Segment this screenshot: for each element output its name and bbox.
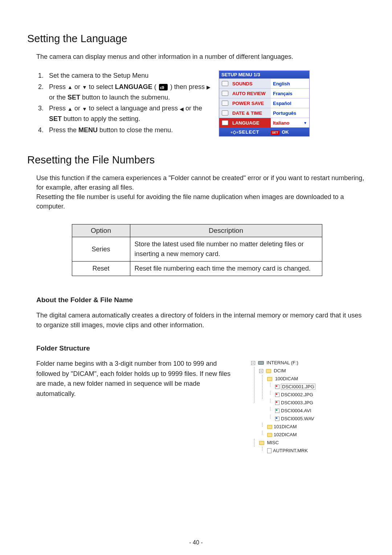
- reset-paragraph-1: Use this function if the camera experien…: [36, 173, 367, 192]
- step4-frag-a: Press the: [49, 126, 78, 134]
- tree-101dicam: 101DICAM: [259, 423, 315, 431]
- footer-ok-group: SET OK: [271, 129, 309, 135]
- footer-set-badge: SET: [271, 130, 279, 135]
- about-folder-paragraph: The digital camera automatically creates…: [36, 311, 367, 329]
- step3-frag-c: to select a language and press: [89, 105, 180, 112]
- tree-file: DSCI0004.AVI: [267, 407, 315, 415]
- tree-misc-label: MISC: [267, 440, 279, 445]
- setup-menu-row-autoreview: AUTO REVIEW Français: [219, 88, 309, 98]
- folder-icon: [266, 369, 271, 373]
- tree-101-label: 101DICAM: [274, 424, 297, 429]
- tree-file-label: DSCI0005.WAV: [281, 416, 314, 421]
- heading-setting-language: Setting the Language: [27, 33, 367, 45]
- table-header-description: Description: [130, 224, 322, 237]
- row-language-value: Italiano: [271, 118, 309, 127]
- tree-misc: MISC AUTPRINT.MRK: [251, 439, 315, 455]
- autoreview-icon: [219, 88, 231, 98]
- option-reset: Reset: [72, 262, 130, 276]
- heading-folder-structure: Folder Structure: [36, 344, 367, 352]
- step3-set-word: SET: [49, 115, 62, 122]
- language-osd-icon: [159, 84, 168, 90]
- up-triangle-icon: ▲: [68, 105, 73, 113]
- table-header-option: Option: [72, 224, 130, 237]
- step2-frag-b: or: [74, 83, 82, 90]
- sounds-icon: [219, 78, 231, 88]
- language-steps-list: Set the camera to the Setup Menu Press ▲…: [45, 70, 216, 135]
- down-triangle-icon: ▼: [82, 105, 87, 113]
- language-step-2: Press ▲ or ▼ to select LANGUAGE ( ) then…: [45, 82, 216, 103]
- folder-icon: [267, 377, 272, 381]
- audio-file-icon: [275, 417, 279, 421]
- language-step-1: Set the camera to the Setup Menu: [45, 70, 216, 81]
- tree-100-label: 100DICAM: [275, 376, 298, 381]
- step4-menu-word: MENU: [78, 126, 98, 134]
- setup-menu-row-powersave: POWER SAVE Español: [219, 98, 309, 108]
- tree-102-label: 102DICAM: [274, 432, 297, 437]
- option-series-desc: Store the latest used file number no mat…: [130, 237, 322, 262]
- step4-frag-b: button to close the menu.: [99, 126, 173, 134]
- row-autoreview-value: Français: [271, 88, 309, 98]
- powersave-icon: [219, 98, 231, 108]
- tree-file: DSCI0001.JPG: [267, 383, 315, 391]
- language-step-4: Press the MENU button to close the menu.: [45, 125, 216, 135]
- tree-file-label: DSCI0004.AVI: [281, 408, 311, 413]
- tree-autprint: AUTPRINT.MRK: [259, 447, 315, 455]
- row-sounds-label: SOUNDS: [231, 78, 271, 88]
- setup-menu-header: SETUP MENU 1/3: [219, 71, 309, 78]
- tree-root: − INTERNAL (F:) − DCIM 100DICAM: [243, 359, 315, 455]
- page-number: - 40 -: [0, 539, 392, 546]
- option-series: Series: [72, 237, 130, 262]
- step2-frag-e: ) then press: [170, 83, 207, 90]
- step3-frag-d: or the: [185, 105, 202, 112]
- tree-root-label: INTERNAL (F:): [266, 360, 298, 365]
- drive-icon: [258, 361, 264, 365]
- image-file-icon: [275, 393, 279, 397]
- row-language-label: LANGUAGE: [231, 118, 271, 127]
- datetime-icon: [219, 108, 231, 118]
- collapse-icon: −: [259, 369, 263, 373]
- tree-file-label: DSCI0001.JPG: [281, 384, 315, 390]
- tree-100dicam: 100DICAM DSCI0001.JPG DSCI0002.JPG DSCI0…: [259, 375, 315, 423]
- step3-frag-a: Press: [49, 105, 68, 112]
- row-powersave-label: POWER SAVE: [231, 98, 271, 108]
- step2-frag-d: (: [154, 83, 156, 90]
- tree-file-label: DSCI0003.JPG: [281, 400, 313, 405]
- left-triangle-icon: ◀: [180, 105, 184, 113]
- row-datetime-value: Português: [271, 108, 309, 118]
- row-datetime-label: DATE & TIME: [231, 108, 271, 118]
- language-intro-text: The camera can display menus and other i…: [36, 52, 367, 61]
- image-file-icon: [275, 401, 279, 405]
- reset-options-table: Option Description Series Store the late…: [72, 224, 322, 276]
- option-reset-desc: Reset file numbering each time the memor…: [130, 262, 322, 276]
- down-triangle-icon: ▼: [82, 83, 87, 91]
- setup-menu-screenshot: SETUP MENU 1/3 SOUNDS English AUTO REVIE…: [219, 70, 310, 137]
- up-triangle-icon: ▲: [68, 83, 73, 91]
- setup-menu-row-datetime: DATE & TIME Português: [219, 108, 309, 118]
- tree-file: DSCI0003.JPG: [267, 399, 315, 407]
- tree-file-label: DSCI0002.JPG: [281, 392, 313, 397]
- image-file-icon: [275, 385, 279, 389]
- right-triangle-icon: ▶: [207, 83, 211, 91]
- step2-frag-a: Press: [49, 83, 68, 90]
- step2-set-word: SET: [68, 94, 80, 101]
- video-file-icon: [275, 409, 279, 413]
- step3-frag-b: or: [74, 105, 82, 112]
- footer-ok-label: OK: [282, 129, 289, 135]
- tree-file: DSCI0002.JPG: [267, 391, 315, 399]
- tree-dcim-label: DCIM: [274, 368, 286, 373]
- step2-frag-g: button to launch the submenu.: [82, 94, 170, 101]
- heading-reset-file-numbers: Resetting the File Numbers: [27, 154, 367, 166]
- folder-structure-paragraph: Folder name begins with a 3-digit number…: [36, 359, 232, 400]
- row-powersave-value: Español: [271, 98, 309, 108]
- step2-frag-c: to select: [89, 83, 115, 90]
- reset-paragraph-2: Resetting the file number is useful for …: [36, 192, 367, 211]
- collapse-icon: −: [251, 361, 255, 365]
- generic-file-icon: [267, 448, 271, 453]
- tree-autprint-label: AUTPRINT.MRK: [273, 448, 308, 453]
- tree-102dicam: 102DICAM: [259, 431, 315, 439]
- setup-menu-footer: SELECT SET OK: [219, 127, 309, 136]
- setup-menu-row-sounds: SOUNDS English: [219, 78, 309, 88]
- setup-menu-row-language: LANGUAGE Italiano: [219, 118, 309, 127]
- step2-frag-f: or the: [49, 94, 68, 101]
- row-autoreview-label: AUTO REVIEW: [231, 88, 271, 98]
